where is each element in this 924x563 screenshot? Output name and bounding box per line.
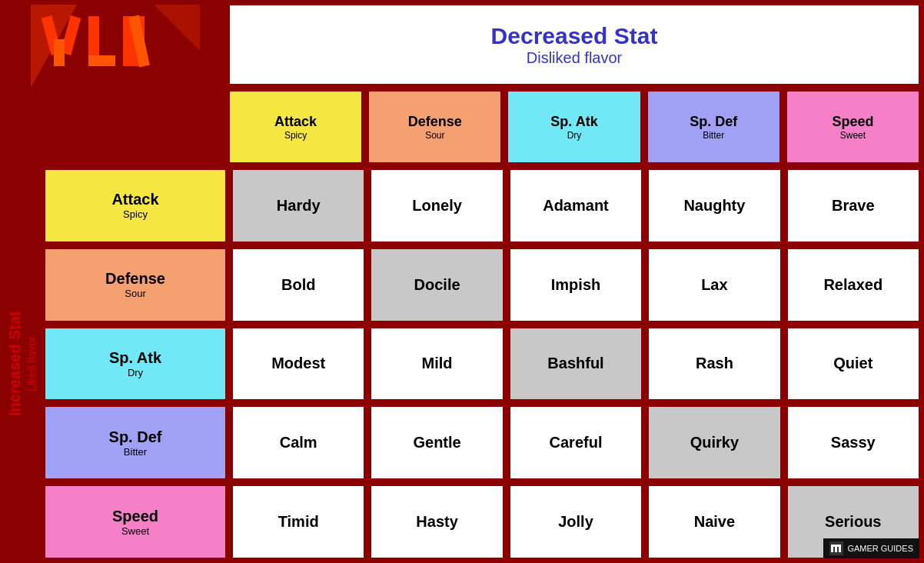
nature-r2-c1: Mild — [369, 326, 504, 402]
nature-r2-c0: Modest — [231, 326, 366, 402]
svg-rect-15 — [831, 545, 841, 547]
logo-icon — [31, 5, 200, 88]
nature-grid: AttackSpicyHardyLonelyAdamantNaughtyBrav… — [43, 168, 921, 560]
ds-title: Decreased Stat — [491, 23, 658, 49]
nature-r4-c3: Naive — [646, 484, 782, 560]
nature-r1-c4: Relaxed — [786, 247, 921, 323]
liked-flavor-text: Liked flavor — [25, 336, 38, 391]
nature-r1-c1: Docile — [369, 247, 504, 323]
col-headers-bar: AttackSpicyDefenseSourSp. AtkDrySp. DefB… — [228, 89, 921, 165]
row-header-0: AttackSpicy — [43, 168, 228, 244]
nature-r3-c3: Quirky — [646, 405, 782, 481]
watermark-icon — [829, 541, 843, 555]
nature-r2-c3: Rash — [646, 326, 782, 402]
nature-r3-c4: Sassy — [786, 405, 921, 481]
col-header-attack: AttackSpicy — [228, 89, 364, 165]
increased-stat-vertical: Increased StatLiked flavor — [0, 165, 43, 563]
nature-r2-c4: Quiet — [786, 326, 921, 402]
watermark-text: GAMER GUIDES — [847, 544, 913, 553]
nature-r0-c0: Hardy — [231, 168, 366, 244]
nature-r3-c1: Gentle — [369, 405, 504, 481]
col-header-spatk: Sp. AtkDry — [506, 89, 642, 165]
row-header-4: SpeedSweet — [43, 484, 228, 560]
nature-r2-c2: Bashful — [508, 326, 643, 402]
logo-area — [0, 0, 231, 92]
nature-r0-c3: Naughty — [646, 168, 782, 244]
row-header-2: Sp. AtkDry — [43, 326, 228, 402]
svg-rect-6 — [88, 55, 115, 66]
nature-r4-c0: Timid — [231, 484, 366, 560]
decreased-stat-header-final: Decreased StatDisliked flavor — [228, 3, 921, 86]
col-header-defense: DefenseSour — [367, 89, 503, 165]
nature-r0-c4: Brave — [786, 168, 921, 244]
nature-r4-c1: Hasty — [369, 484, 504, 560]
nature-r1-c0: Bold — [231, 247, 366, 323]
svg-rect-4 — [54, 39, 65, 66]
nature-r1-c3: Lax — [646, 247, 782, 323]
nature-r0-c2: Adamant — [508, 168, 643, 244]
row-header-1: DefenseSour — [43, 247, 228, 323]
col-header-speed: SpeedSweet — [785, 89, 921, 165]
nature-r4-c2: Jolly — [508, 484, 643, 560]
ds-subtitle: Disliked flavor — [527, 49, 622, 67]
nature-r0-c1: Lonely — [369, 168, 504, 244]
row-header-3: Sp. DefBitter — [43, 405, 228, 481]
nature-r3-c0: Calm — [231, 405, 366, 481]
watermark: GAMER GUIDES — [823, 538, 919, 558]
nature-r1-c2: Impish — [508, 247, 643, 323]
col-header-spdef: Sp. DefBitter — [646, 89, 782, 165]
increased-stat-text: Increased Stat — [5, 311, 25, 417]
nature-r3-c2: Careful — [508, 405, 643, 481]
